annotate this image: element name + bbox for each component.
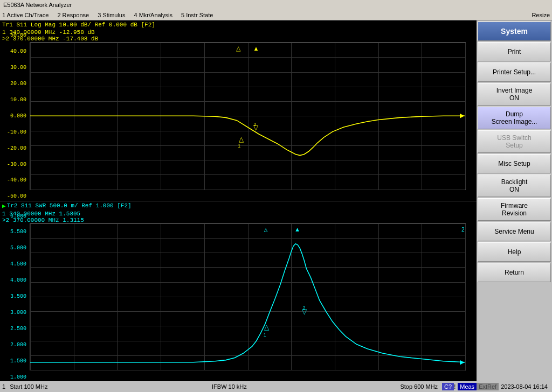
menu-item-response[interactable]: 2 Response bbox=[57, 12, 89, 18]
by-label-10: 1.000 bbox=[1, 374, 29, 380]
menu-item-ch-trace[interactable]: 1 Active Ch/Trace bbox=[2, 12, 49, 18]
misc-setup-button[interactable]: Misc Setup bbox=[478, 154, 551, 173]
bottom-marker1: 1 340.00000 MHz 1.5805 bbox=[0, 211, 477, 217]
top-trace-svg: △ 1 ▽ 2 ▶ △ ▲ bbox=[30, 43, 465, 190]
y-label-8: -30.00 bbox=[1, 162, 29, 167]
bottom-plot-area: △ 1 ▽ 2 ▶ 2 △ ▲ bbox=[30, 223, 466, 371]
menu-item-instr[interactable]: 5 Instr State bbox=[181, 12, 213, 18]
menu-bar: 1 Active Ch/Trace 2 Response 3 Stimulus … bbox=[0, 10, 552, 20]
invert-image-button[interactable]: Invert Image ON bbox=[478, 83, 551, 106]
by-label-6: 3.000 bbox=[1, 310, 29, 316]
system-button[interactable]: System bbox=[478, 22, 551, 41]
y-label-3: 20.00 bbox=[1, 81, 29, 87]
top-marker2: >2 370.00000 MHz -17.408 dB bbox=[0, 36, 477, 42]
top-y-axis: 50.00 40.00 30.00 20.00 10.00 0.000 -10.… bbox=[0, 31, 30, 201]
extref-indicator: ExtRef bbox=[477, 383, 499, 390]
menu-item-stimulus[interactable]: 3 Stimulus bbox=[98, 12, 125, 18]
svg-text:1: 1 bbox=[238, 143, 240, 149]
y-label-7: -20.00 bbox=[1, 145, 29, 151]
bottom-trace-header: ▶ Tr2 S11 SWR 500.0 m/ Ref 1.000 [F2] bbox=[0, 201, 477, 211]
svg-text:2: 2 bbox=[254, 122, 257, 127]
resize-button[interactable]: Resize bbox=[532, 12, 550, 18]
print-button[interactable]: Print bbox=[478, 42, 551, 61]
y-label-10: -50.00 bbox=[1, 193, 29, 199]
title-bar: E5063A Network Analyzer bbox=[0, 0, 552, 10]
y-label-6: -10.00 bbox=[1, 129, 29, 135]
top-plot-area: △ 1 ▽ 2 ▶ △ ▲ bbox=[30, 42, 466, 190]
status-c-indicator: C? bbox=[442, 383, 454, 390]
svg-text:2: 2 bbox=[461, 226, 465, 232]
top-trace-panel: Tr1 S11 Log Mag 10.00 dB/ Ref 0.000 dB [… bbox=[0, 20, 477, 201]
printer-setup-button[interactable]: Printer Setup... bbox=[478, 62, 551, 82]
by-label-2: 5.000 bbox=[1, 245, 29, 251]
svg-text:△: △ bbox=[264, 226, 268, 233]
backlight-button[interactable]: Backlight ON bbox=[478, 174, 551, 197]
channel-indicator: 1 bbox=[2, 383, 5, 390]
by-label-8: 2.000 bbox=[1, 342, 29, 348]
svg-text:1: 1 bbox=[264, 332, 266, 337]
y-label-4: 10.00 bbox=[1, 97, 29, 103]
usb-switch-button: USB Switch Setup bbox=[478, 130, 551, 153]
top-yellow-trace bbox=[30, 116, 465, 155]
right-panel: System Print Printer Setup... Invert Ima… bbox=[477, 20, 552, 381]
by-label-9: 1.500 bbox=[1, 358, 29, 364]
svg-text:▲: ▲ bbox=[253, 45, 259, 51]
firmware-revision-button[interactable]: Firmware Revision bbox=[478, 198, 551, 221]
by-label-7: 2.500 bbox=[1, 326, 29, 332]
help-button[interactable]: Help bbox=[478, 242, 551, 262]
top-trace-title: Tr1 S11 Log Mag 10.00 dB/ Ref 0.000 dB [… bbox=[2, 22, 155, 28]
dump-screen-button[interactable]: Dump Screen Image... bbox=[478, 107, 551, 129]
by-label-0: 6.000 bbox=[1, 213, 29, 219]
y-label-1: 40.00 bbox=[1, 48, 29, 54]
by-label-4: 4.000 bbox=[1, 277, 29, 283]
start-frequency: Start 100 MHz bbox=[10, 383, 47, 390]
meas-indicator: Meas bbox=[458, 383, 477, 390]
y-label-5: 0.000 bbox=[1, 113, 29, 119]
main-container: Tr1 S11 Log Mag 10.00 dB/ Ref 0.000 dB [… bbox=[0, 20, 552, 381]
by-label-5: 3.500 bbox=[1, 293, 29, 299]
svg-text:▶: ▶ bbox=[460, 358, 465, 366]
svg-text:2: 2 bbox=[302, 305, 305, 311]
ifbw-display: IFBW 10 kHz bbox=[58, 383, 400, 390]
svg-text:▶: ▶ bbox=[460, 111, 465, 120]
service-menu-button[interactable]: Service Menu bbox=[478, 222, 551, 241]
svg-text:△: △ bbox=[239, 136, 244, 143]
bottom-y-axis: 6.000 5.500 5.000 4.500 4.000 3.500 3.00… bbox=[0, 212, 30, 382]
by-label-3: 4.500 bbox=[1, 261, 29, 267]
exclamation-indicator: ! bbox=[454, 383, 456, 390]
menu-item-mkr[interactable]: 4 Mkr/Analysis bbox=[134, 12, 172, 18]
active-trace-indicator: ▶ bbox=[2, 202, 6, 209]
return-button[interactable]: Return bbox=[478, 263, 551, 282]
by-label-1: 5.500 bbox=[1, 229, 29, 235]
y-label-0: 50.00 bbox=[1, 32, 29, 38]
bottom-trace-svg: △ 1 ▽ 2 ▶ 2 △ ▲ bbox=[30, 223, 465, 370]
bottom-cyan-trace bbox=[30, 243, 465, 362]
svg-text:△: △ bbox=[264, 323, 270, 331]
chart-area: Tr1 S11 Log Mag 10.00 dB/ Ref 0.000 dB [… bbox=[0, 20, 477, 381]
y-label-2: 30.00 bbox=[1, 65, 29, 71]
stop-frequency: Stop 600 MHz bbox=[400, 383, 438, 390]
app-title: E5063A Network Analyzer bbox=[3, 2, 72, 8]
top-marker1: 1 340.00000 MHz -12.958 dB bbox=[0, 29, 477, 36]
datetime-display: 2023-08-04 16:14 bbox=[499, 383, 550, 390]
bottom-trace-title: Tr2 S11 SWR 500.0 m/ Ref 1.000 [F2] bbox=[7, 202, 132, 209]
top-trace-header: Tr1 S11 Log Mag 10.00 dB/ Ref 0.000 dB [… bbox=[0, 20, 477, 29]
y-label-9: -40.00 bbox=[1, 177, 29, 183]
bottom-trace-panel: ▶ Tr2 S11 SWR 500.0 m/ Ref 1.000 [F2] 1 … bbox=[0, 201, 477, 382]
svg-text:△: △ bbox=[236, 45, 241, 51]
status-bar: 1 Start 100 MHz IFBW 10 kHz Stop 600 MHz… bbox=[0, 381, 552, 392]
svg-text:▲: ▲ bbox=[295, 226, 299, 233]
